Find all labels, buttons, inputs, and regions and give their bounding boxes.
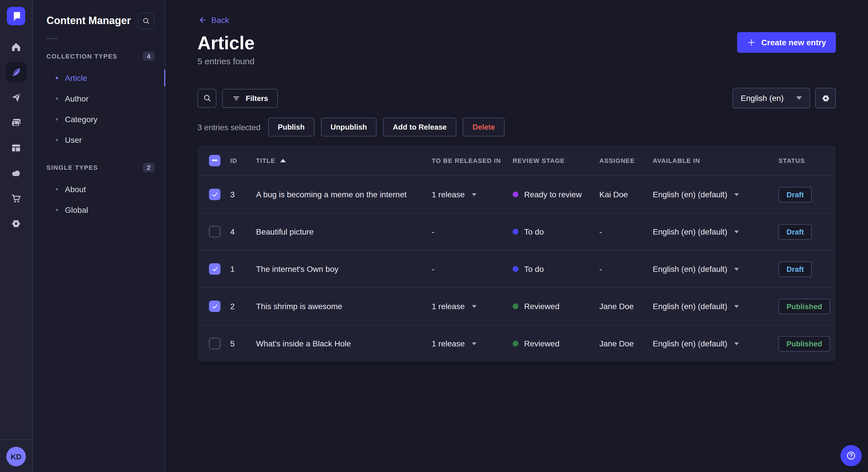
entry-releases: - <box>432 227 513 236</box>
row-checkbox[interactable] <box>209 338 220 349</box>
entry-title: This shrimp is awesome <box>256 302 432 311</box>
add-to-release-button[interactable]: Add to Release <box>383 117 456 136</box>
bullet-icon <box>56 209 58 211</box>
create-new-entry-button[interactable]: Create new entry <box>737 32 836 53</box>
home-icon <box>10 41 22 53</box>
main-nav-rail: KD <box>0 0 33 472</box>
strapi-logo[interactable] <box>7 7 25 25</box>
list-settings-button[interactable] <box>815 88 836 108</box>
chevron-down-icon <box>734 230 739 233</box>
entry-assignee: Jane Doe <box>599 302 653 311</box>
bullet-icon <box>56 98 58 100</box>
subnav-search-button[interactable] <box>138 12 154 29</box>
active-indicator <box>164 69 165 87</box>
locale-select[interactable]: English (en) <box>733 88 810 108</box>
entry-locales[interactable]: English (en) (default) <box>653 264 778 274</box>
column-header-available[interactable]: AVAILABLE IN <box>653 157 778 164</box>
column-header-released[interactable]: TO BE RELEASED IN <box>432 157 513 164</box>
help-button[interactable] <box>840 445 862 466</box>
nav-releases[interactable] <box>0 85 32 110</box>
entries-table: ID TITLE TO BE RELEASED IN REVIEW STAGE … <box>197 145 836 362</box>
sidebar-item-category[interactable]: Category <box>33 109 165 130</box>
column-header-review[interactable]: REVIEW STAGE <box>513 157 599 164</box>
entry-releases[interactable]: 1 release <box>432 339 513 348</box>
search-icon <box>203 94 212 103</box>
entry-title: A bug is becoming a meme on the internet <box>256 190 432 199</box>
entry-id: 3 <box>230 190 256 199</box>
sidebar-item-about[interactable]: About <box>33 179 165 200</box>
column-header-status[interactable]: STATUS <box>778 157 825 164</box>
row-checkbox[interactable] <box>209 226 220 237</box>
entry-title: Beautiful picture <box>256 227 432 236</box>
filters-button[interactable]: Filters <box>222 89 278 107</box>
entry-releases[interactable]: 1 release <box>432 302 513 311</box>
row-checkbox[interactable] <box>209 301 220 312</box>
bullet-icon <box>56 77 58 79</box>
status-badge: Draft <box>778 224 812 239</box>
entry-review-stage: Reviewed <box>513 339 599 348</box>
chevron-down-icon <box>472 305 476 308</box>
chevron-down-icon <box>472 193 476 196</box>
table-row[interactable]: 4 Beautiful picture - To do - English (e… <box>197 213 836 250</box>
section-label-collection-types: COLLECTION TYPES <box>46 53 117 60</box>
entry-locales[interactable]: English (en) (default) <box>653 339 778 348</box>
row-checkbox[interactable] <box>209 189 220 200</box>
sidebar-item-user[interactable]: User <box>33 130 165 150</box>
nav-deploy[interactable] <box>0 161 32 186</box>
entry-id: 2 <box>230 302 256 311</box>
column-header-assignee[interactable]: ASSIGNEE <box>599 157 653 164</box>
nav-media-library[interactable] <box>0 110 32 135</box>
arrow-left-icon <box>197 15 207 25</box>
select-all-checkbox[interactable] <box>209 155 220 166</box>
strapi-admin: KD Content Manager COLLECTION TYPES 4 Ar… <box>0 0 868 472</box>
entries-count: 5 entries found <box>197 56 836 66</box>
bullet-icon <box>56 188 58 191</box>
cart-icon <box>10 193 22 204</box>
bullet-icon <box>56 118 58 121</box>
nav-home[interactable] <box>0 34 32 60</box>
sidebar-item-article[interactable]: Article <box>33 68 165 88</box>
entry-title: What's inside a Black Hole <box>256 339 432 348</box>
sidebar-item-label: Author <box>65 94 89 103</box>
rail-divider <box>0 439 32 440</box>
unpublish-button[interactable]: Unpublish <box>321 117 377 136</box>
table-row[interactable]: 3 A bug is becoming a meme on the intern… <box>197 175 836 213</box>
entry-locales[interactable]: English (en) (default) <box>653 302 778 311</box>
nav-settings[interactable] <box>0 211 32 236</box>
row-checkbox[interactable] <box>209 263 220 275</box>
nav-content-type-builder[interactable] <box>0 135 32 161</box>
images-icon <box>10 117 22 129</box>
gear-icon <box>820 93 830 103</box>
collection-types-count-badge: 4 <box>143 52 154 61</box>
paper-plane-icon <box>10 92 22 103</box>
entry-locales[interactable]: English (en) (default) <box>653 227 778 236</box>
entry-releases[interactable]: 1 release <box>432 190 513 199</box>
publish-button[interactable]: Publish <box>268 117 314 136</box>
chevron-down-icon <box>472 342 476 345</box>
list-toolbar: Filters English (en) <box>197 88 836 108</box>
bullet-icon <box>56 139 58 141</box>
column-header-title[interactable]: TITLE <box>256 157 432 164</box>
sidebar-item-author[interactable]: Author <box>33 88 165 109</box>
feather-icon <box>10 67 22 78</box>
back-link[interactable]: Back <box>197 15 229 25</box>
status-badge: Published <box>778 299 830 314</box>
nav-marketplace[interactable] <box>0 186 32 211</box>
column-header-id[interactable]: ID <box>230 157 256 164</box>
user-avatar[interactable]: KD <box>6 447 26 466</box>
search-button[interactable] <box>197 89 216 107</box>
table-row[interactable]: 5 What's inside a Black Hole 1 release R… <box>197 325 836 362</box>
delete-button[interactable]: Delete <box>463 117 505 136</box>
chevron-down-icon <box>734 305 739 308</box>
table-row[interactable]: 1 The internet's Own boy - To do - Engli… <box>197 250 836 287</box>
sort-ascending-icon <box>280 159 286 162</box>
entry-review-stage: Ready to review <box>513 190 599 199</box>
entry-locales[interactable]: English (en) (default) <box>653 190 778 199</box>
chevron-down-icon <box>796 96 802 100</box>
nav-content-manager[interactable] <box>0 60 32 85</box>
sidebar-item-global[interactable]: Global <box>33 200 165 220</box>
layout-icon <box>10 142 22 154</box>
table-row[interactable]: 2 This shrimp is awesome 1 release Revie… <box>197 287 836 325</box>
active-nav-highlight <box>6 62 26 82</box>
sidebar-item-label: Category <box>65 115 98 124</box>
